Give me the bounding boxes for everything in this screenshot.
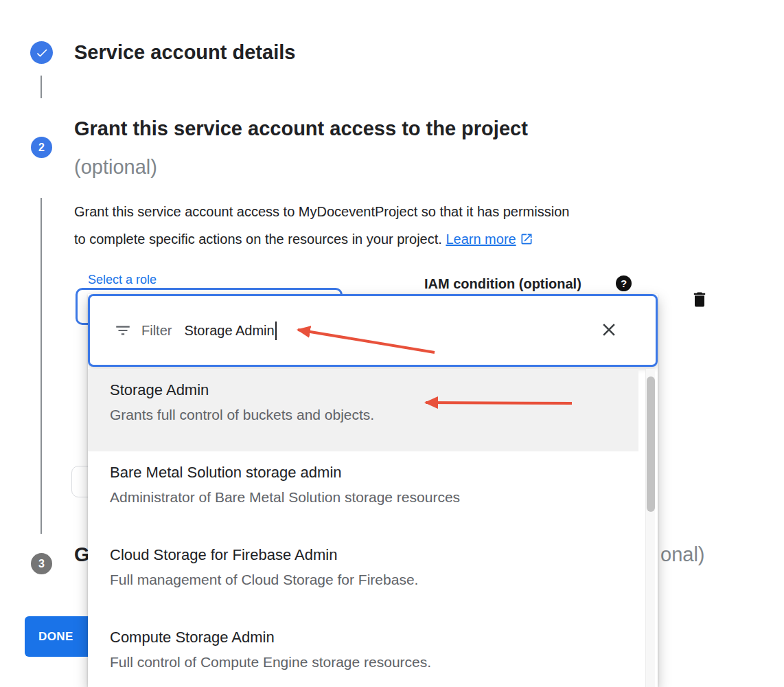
role-option-firebase-admin[interactable]: Cloud Storage for Firebase Admin Full ma…: [88, 534, 638, 616]
iam-condition-label: IAM condition (optional): [424, 276, 581, 292]
description-line2: to complete specific actions on the reso…: [74, 232, 442, 247]
step3-number-badge[interactable]: 3: [31, 553, 52, 574]
role-option-compute-storage-admin[interactable]: Compute Storage Admin Full control of Co…: [88, 616, 638, 687]
step2-number-badge[interactable]: 2: [31, 137, 52, 158]
step1-title: Service account details: [74, 41, 295, 64]
stepper-step-1[interactable]: [30, 41, 53, 64]
role-option-bare-metal[interactable]: Bare Metal Solution storage admin Admini…: [88, 451, 638, 534]
external-link-icon: [520, 227, 533, 255]
role-option-description: Grants full control of buckets and objec…: [110, 407, 638, 423]
step3-number: 3: [38, 558, 45, 570]
role-option-storage-admin[interactable]: Storage Admin Grants full control of buc…: [88, 369, 638, 451]
role-option-description: Administrator of Bare Metal Solution sto…: [110, 489, 638, 506]
filter-placeholder-label: Filter: [141, 323, 172, 339]
step2-description: Grant this service account access to MyD…: [74, 198, 747, 255]
step1-check-icon: [30, 41, 53, 64]
step3-title-fragment-right: onal): [660, 543, 705, 566]
role-field-label: Select a role: [83, 273, 161, 287]
close-icon: [599, 319, 619, 340]
scrollbar-thumb[interactable]: [647, 376, 655, 512]
role-option-name: Cloud Storage for Firebase Admin: [110, 546, 638, 564]
description-line1: Grant this service account access to MyD…: [74, 204, 569, 219]
trash-icon: [690, 289, 709, 310]
role-option-name: Bare Metal Solution storage admin: [110, 464, 638, 482]
learn-more-text: Learn more: [446, 232, 516, 247]
step2-optional-label: (optional): [74, 156, 157, 179]
text-cursor: [275, 322, 277, 340]
filter-typed-value: Storage Admin: [184, 323, 274, 339]
role-filter-input[interactable]: Filter Storage Admin: [88, 294, 658, 367]
dropdown-scrollbar[interactable]: [645, 369, 655, 687]
role-option-name: Storage Admin: [110, 381, 638, 399]
learn-more-link[interactable]: Learn more: [446, 232, 533, 247]
clear-filter-button[interactable]: [598, 319, 620, 341]
create-service-account-page: Service account details 2 Grant this ser…: [0, 0, 784, 687]
check-icon: [35, 46, 49, 60]
delete-role-button[interactable]: [689, 289, 710, 311]
role-option-name: Compute Storage Admin: [110, 629, 638, 646]
step2-title: Grant this service account access to the…: [74, 117, 528, 140]
done-button-label: DONE: [38, 630, 73, 644]
role-option-description: Full management of Cloud Storage for Fir…: [110, 572, 638, 588]
role-dropdown-panel: Filter Storage Admin Storage Admin Grant…: [88, 294, 658, 687]
filter-icon: [114, 322, 132, 339]
stepper-connector-1: [41, 76, 42, 98]
role-option-list: Storage Admin Grants full control of buc…: [88, 369, 658, 687]
step2-number: 2: [38, 142, 45, 154]
help-icon[interactable]: ?: [616, 275, 632, 291]
stepper-connector-2: [41, 198, 42, 534]
help-question-mark: ?: [621, 278, 627, 289]
role-option-description: Full control of Compute Engine storage r…: [110, 654, 638, 671]
